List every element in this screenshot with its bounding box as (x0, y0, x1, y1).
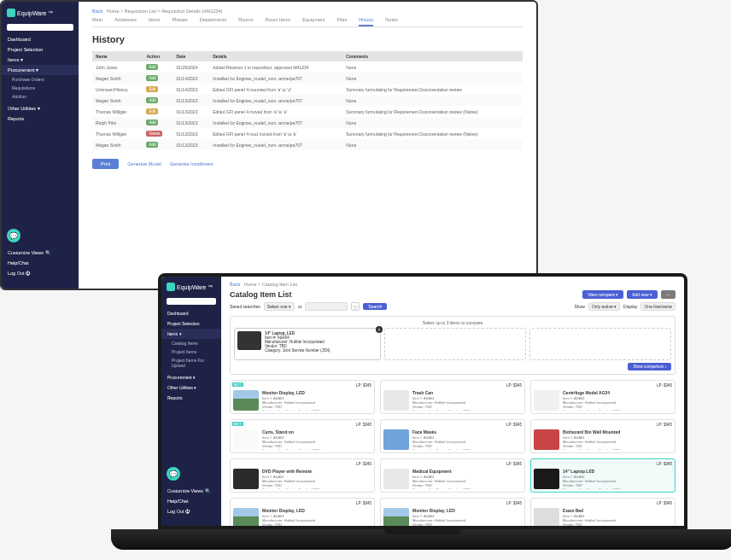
header-button[interactable]: ⋯ (661, 290, 675, 299)
desktop-window: EquipWare™ DashboardProject SelectionIte… (0, 0, 538, 290)
back-link[interactable]: Back (92, 9, 102, 14)
display-select[interactable]: One line/name (640, 302, 675, 311)
catalog-card[interactable]: LP: $345Trash CanItem #: A&A04Manufactur… (380, 380, 525, 414)
action-badge: Edit (146, 108, 158, 114)
sidebar-item[interactable]: Reports (161, 393, 221, 403)
sidebar-bottom-link[interactable]: Customize Views 🔍 (167, 486, 216, 496)
sidebar-sub-item[interactable]: Catalog Items (161, 339, 221, 347)
table-row[interactable]: Megan SmithAdd01/13/2023Installed for En… (92, 95, 523, 106)
filter-icon[interactable]: ▽ (351, 302, 360, 311)
action-badge: Add (146, 64, 158, 70)
tab[interactable]: Equipment (302, 17, 325, 23)
catalog-card[interactable]: LP: $345Face MasksItem #: A&A04Manufactu… (380, 419, 525, 453)
catalog-card[interactable]: LP: $345Centrifuge Model AG24Item #: A&A… (530, 380, 675, 414)
sidebar-item[interactable]: Project Selection (161, 318, 221, 329)
card-price: LP: $345 (657, 462, 672, 466)
sidebar-bottom-link[interactable]: Help/Chat (167, 496, 216, 506)
catalog-card[interactable]: LP: $345Monitor Display, LEDItem #: A&A0… (230, 498, 375, 526)
catalog-card[interactable]: MDTLP: $345Monitor Display, LEDItem #: A… (230, 380, 375, 414)
main-content: Back Home > Requisition List > Requisiti… (79, 2, 536, 289)
table-row[interactable]: Megan SmithAdd01/12/2023Installed for En… (92, 139, 523, 150)
sidebar-bottom-link[interactable]: Customize Views 🔍 (7, 248, 73, 258)
sidebar-search[interactable] (167, 298, 216, 305)
card-tag: MDT (232, 382, 243, 387)
sidebar-item[interactable]: Project Selection (2, 44, 79, 55)
header-button[interactable]: Add new ▾ (627, 290, 658, 299)
table-row[interactable]: John JonesAdd01/29/2024Added Revision 1 … (92, 61, 523, 73)
logo-icon (7, 9, 15, 17)
header-button[interactable]: View compare ▾ (582, 290, 623, 299)
table-row[interactable]: Ralph PittsAdd01/13/2023Installed for En… (92, 117, 523, 128)
card-thumbnail (383, 469, 409, 489)
saved-searches-select[interactable]: Select one ▾ (264, 302, 295, 311)
breadcrumb: Back Home > Requisition List > Requisiti… (92, 9, 523, 14)
sidebar-sub-item[interactable]: Requisitions (2, 84, 79, 92)
catalog-card[interactable]: LP: $345Monitor Display, LEDItem #: A&A0… (380, 498, 525, 526)
tab[interactable]: Files (337, 17, 348, 23)
slot-info: 14" Laptop, LED Item #: A&A04 Manufactur… (265, 331, 330, 357)
catalog-card[interactable]: LP: $34514" Laptop LEDItem #: A&A04Manuf… (530, 458, 675, 493)
sidebar-sub-item[interactable]: Attrition (2, 92, 79, 101)
sidebar-item[interactable]: Other Utilities ▾ (161, 382, 221, 393)
sidebar-sub-item[interactable]: Project Items (161, 347, 221, 356)
search-input[interactable] (305, 302, 348, 311)
search-button[interactable]: Search (363, 303, 387, 310)
display-label: Display (623, 304, 637, 309)
show-comparison-button[interactable]: Show comparison › (628, 363, 671, 370)
generate-model-link[interactable]: Generate Model (127, 159, 161, 169)
chat-fab[interactable]: 💬 (7, 229, 20, 242)
sidebar-sub-item[interactable]: Purchase Orders (2, 75, 79, 84)
print-button[interactable]: Print (92, 159, 119, 169)
close-icon[interactable]: × (376, 326, 383, 333)
brand-text: EquipWare (17, 10, 46, 16)
tab[interactable]: Departments (200, 17, 227, 23)
sidebar-sub-item[interactable]: Project Items For Upload (161, 356, 221, 370)
sidebar-item[interactable]: Other Utilities ▾ (2, 103, 79, 114)
sidebar-item[interactable]: Items ▾ (2, 55, 79, 65)
slot-thumbnail (237, 331, 261, 350)
logo-icon (167, 283, 175, 291)
tab[interactable]: Rooms (238, 17, 253, 23)
table-row[interactable]: Thomas MilliganDelete01/12/2023Edited GF… (92, 128, 523, 139)
tab[interactable]: Room Items (266, 17, 291, 23)
table-row[interactable]: Unknown/HistoryEdit01/14/2023Edited GFI … (92, 84, 523, 95)
sidebar-item[interactable]: Reports (2, 114, 79, 124)
table-row[interactable]: Thomas MilliganEdit01/13/2023Edited GFI … (92, 106, 523, 117)
tab[interactable]: Phases (172, 17, 187, 23)
catalog-card[interactable]: LP: $345Biohazard Bin Wall MountedItem #… (530, 419, 675, 453)
sidebar-bottom: 💬 Customize Views 🔍Help/ChatLog Out ⏻ (161, 462, 221, 522)
compare-slot-empty[interactable] (529, 328, 671, 360)
sidebar-search[interactable] (7, 24, 73, 31)
sidebar-item[interactable]: Procurement ▾ (2, 65, 79, 75)
tab[interactable]: Notes (385, 17, 397, 23)
sidebar-item[interactable]: Items ▾ (161, 329, 221, 339)
sidebar-bottom-link[interactable]: Log Out ⏻ (167, 506, 216, 516)
chat-fab[interactable]: 💬 (167, 467, 180, 481)
tab[interactable]: Addresses (114, 17, 137, 23)
catalog-card[interactable]: LP: $345DVD Player with RemoteItem #: A&… (230, 458, 375, 493)
show-select[interactable]: Only active ▾ (588, 302, 620, 311)
catalog-card[interactable]: LP: $345Exam BedItem #: A&A04Manufacture… (530, 498, 675, 526)
sidebar-item[interactable]: Dashboard (161, 308, 221, 318)
sidebar-bottom-link[interactable]: Help/Chat (7, 258, 73, 268)
compare-slot-filled[interactable]: × 14" Laptop, LED Item #: A&A04 Manufact… (234, 328, 381, 360)
sidebar-item[interactable]: Procurement ▾ (161, 372, 221, 382)
sidebar-bottom-link[interactable]: Log Out ⏻ (7, 268, 73, 278)
sidebar-item[interactable]: Dashboard (2, 34, 79, 44)
card-thumbnail (534, 429, 559, 450)
footer-buttons: Print Generate Model Generate Installmen… (92, 159, 523, 169)
catalog-card[interactable]: LP: $345Medical EquipmentItem #: A&A04Ma… (380, 458, 525, 493)
or-label: or (298, 304, 301, 309)
tab[interactable]: Items (149, 17, 160, 23)
table-row[interactable]: Megan SmithAdd01/14/2023Installed for En… (92, 73, 523, 84)
tab[interactable]: Main (92, 17, 102, 23)
generate-installment-link[interactable]: Generate Installment (170, 159, 213, 169)
card-thumbnail (383, 508, 409, 526)
action-badge: Edit (146, 86, 158, 92)
action-badge: Add (146, 120, 158, 125)
catalog-card[interactable]: MDTLP: $345Carts, Stand onItem #: A&A04M… (230, 419, 375, 453)
compare-slot-empty[interactable] (384, 328, 526, 360)
tab[interactable]: History (359, 17, 373, 26)
back-link[interactable]: Back (230, 282, 240, 287)
compare-bar: Select up to 3 items to compare × 14" La… (230, 316, 675, 375)
